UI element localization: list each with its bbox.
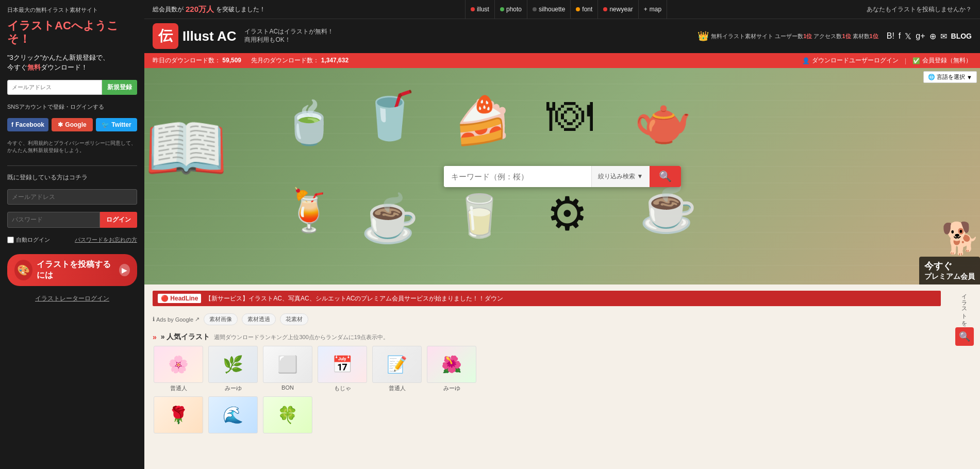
dog-mascot: 🐕 — [941, 220, 980, 257]
nav-newyear[interactable]: newyear — [598, 0, 638, 19]
upload-banner[interactable]: 🎨 イラストを投稿するには ▶ — [7, 254, 137, 286]
google-icon: ✱ — [58, 121, 63, 128]
headline-bar: 🔴 HeadLine 【新サービス】イラストAC、写真AC、シルエットACのプレ… — [153, 291, 941, 306]
search-input[interactable] — [444, 166, 591, 187]
facebook-login-button[interactable]: f Facebook — [7, 118, 48, 131]
already-member-label: 既に登録している方はコチラ — [7, 173, 137, 182]
sidebar-catchcopy: "3クリック"かんたん新規登録で、 今すぐ無料ダウンロード！ — [7, 53, 137, 73]
thumb-item-6[interactable]: 🌺 みーゆ — [426, 346, 477, 392]
terms-text: 今すぐ、利用規約とプライバシーポリシーに同意して、かんたん無料新規登録をしよう。 — [7, 140, 137, 154]
facebook-header-icon[interactable]: f — [899, 31, 901, 41]
register-icon: ✅ — [912, 57, 920, 64]
auto-login-checkbox[interactable] — [7, 237, 14, 243]
nav-font[interactable]: font — [571, 0, 598, 19]
premium-text-box: 今すぐ プレミアム会員 — [919, 257, 980, 284]
thumb-item-5[interactable]: 📝 普通人 — [371, 346, 423, 392]
bottom-main: 🔴 HeadLine 【新サービス】イラストAC、写真AC、シルエットACのプレ… — [144, 284, 949, 469]
login-row: ログイン — [7, 212, 137, 228]
password-input[interactable] — [7, 212, 100, 228]
login-button[interactable]: ログイン — [100, 212, 137, 228]
twitter-header-icon[interactable]: 𝕏 — [905, 31, 911, 41]
search-filter-dropdown[interactable]: 絞り込み検索 ▼ — [591, 166, 650, 187]
thumb-item-4[interactable]: 📅 もじゃ — [317, 346, 368, 392]
email-register-input[interactable] — [7, 80, 102, 95]
sidebar-title: イラストACへようこそ！ — [7, 19, 137, 46]
divider — [7, 165, 137, 166]
right-panel-label: イラストを検索 — [961, 290, 968, 323]
premium-banner[interactable]: 🐕 今すぐ プレミアム会員 — [887, 220, 980, 284]
ads-bar: ℹ Ads by Google ↗ 素材画像 素材透過 花素材 — [153, 311, 941, 327]
thumb-image-2: 🌿 — [208, 346, 258, 383]
map-plus-icon: + — [644, 6, 647, 13]
nav-illust[interactable]: illust — [465, 0, 495, 19]
award-section: 👑 無料イラスト素材サイト ユーザー数1位 アクセス数1位 素材数1位 — [697, 30, 878, 42]
search-button[interactable]: 🔍 — [650, 166, 681, 187]
popular-section-title: » 人気イラスト 週間ダウンロードランキング上位300点からランダムに19点表示… — [153, 332, 941, 342]
newyear-dot — [603, 7, 607, 11]
main-content: 総会員数が 220万人 を突破しました！ illust photo silhou… — [144, 0, 980, 469]
blog-link[interactable]: BLOG — [951, 32, 972, 40]
upload-play-icon: ▶ — [119, 264, 130, 276]
googleplus-icon[interactable]: g+ — [916, 31, 925, 41]
thumb-image-5: 📝 — [372, 346, 422, 383]
top-bar-announcement: 総会員数が 220万人 を突破しました！ — [153, 5, 265, 14]
top-bar: 総会員数が 220万人 を突破しました！ illust photo silhou… — [144, 0, 980, 19]
ads-btn-hana[interactable]: 花素材 — [280, 313, 308, 325]
illust-dot — [471, 7, 475, 11]
headline-icon: 🔴 — [161, 295, 169, 302]
font-dot — [576, 7, 580, 11]
thumb-image-4: 📅 — [318, 346, 367, 383]
thumb-image-1: 🌸 — [154, 346, 203, 383]
thumb-author-5: 普通人 — [389, 384, 406, 392]
thumb-image-7: 🌹 — [154, 396, 203, 433]
language-select-button[interactable]: 🌐 言語を選択 ▼ — [923, 71, 977, 83]
thumb-item-7[interactable]: 🌹 — [153, 396, 204, 435]
bottom-section: 🔴 HeadLine 【新サービス】イラストAC、写真AC、シルエットACのプレ… — [144, 284, 980, 469]
header: 伝 Illust AC イラストACはイラストが無料！商用利用もOK！ 👑 無料… — [144, 19, 980, 53]
auto-login-label[interactable]: 自動ログイン — [7, 236, 50, 244]
rss-icon[interactable]: ⊕ — [929, 31, 936, 41]
sidebar-subtitle: 日本最大の無料イラスト素材サイト — [7, 6, 137, 14]
ads-by-google: ℹ Ads by Google ↗ — [153, 316, 200, 323]
nav-silhouette[interactable]: silhouette — [527, 0, 571, 19]
thumb-item-3[interactable]: ⬜ BON — [262, 346, 313, 392]
user-icon: 👤 — [802, 57, 810, 64]
google-login-button[interactable]: ✱ Google — [52, 118, 93, 131]
headline-text: 【新サービス】イラストAC、写真AC、シルエットACのプレミアム会員サービスが始… — [205, 294, 503, 303]
logo-name: Illust AC — [182, 28, 236, 44]
thumb-author-2: みーゆ — [225, 384, 242, 392]
thumb-item-9[interactable]: 🍀 — [262, 396, 313, 435]
sidebar: 日本最大の無料イラスト素材サイト イラストACへようこそ！ "3クリック"かんた… — [0, 0, 144, 469]
thumb-row-2: 🌹 🌊 🍀 — [153, 396, 941, 435]
illustrator-login-link[interactable]: イラストレーターログイン — [7, 294, 137, 303]
register-button[interactable]: 新規登録 — [102, 80, 137, 95]
thumb-item-1[interactable]: 🌸 普通人 — [153, 346, 204, 392]
info-bar-right: 👤 ダウンロードユーザーログイン | ✅ 会員登録（無料） — [802, 56, 972, 65]
ads-btn-sozai-touka[interactable]: 素材透過 — [242, 313, 276, 325]
email-icon[interactable]: ✉ — [940, 31, 947, 41]
member-register-btn[interactable]: ✅ 会員登録（無料） — [912, 56, 972, 65]
hero-section: 📖 🍵 🥤 🍰 🍽 🫖 🍹 ☕ 🥛 ⚙ ☕ — [144, 68, 980, 284]
globe-icon: 🌐 — [928, 74, 935, 80]
info-bar: 昨日のダウンロード数： 59,509 先月のダウンロード数： 1,347,632… — [144, 53, 980, 68]
email-register-row: 新規登録 — [7, 80, 137, 95]
thumbnail-grid: 🌸 普通人 🌿 みーゆ ⬜ BON — [153, 346, 941, 392]
nav-map[interactable]: + map — [639, 0, 667, 19]
forgot-password-link[interactable]: パスワードをお忘れの方 — [75, 236, 137, 244]
upload-avatar: 🎨 — [14, 260, 32, 280]
header-icons: B! f 𝕏 g+ ⊕ ✉ BLOG — [887, 31, 972, 41]
download-login-btn[interactable]: 👤 ダウンロードユーザーログイン — [802, 56, 899, 65]
hatena-icon[interactable]: B! — [887, 31, 894, 41]
thumb-image-6: 🌺 — [427, 346, 476, 383]
email-login-input[interactable] — [7, 189, 137, 205]
nav-photo[interactable]: photo — [495, 0, 527, 19]
thumb-item-2[interactable]: 🌿 みーゆ — [207, 346, 259, 392]
thumb-item-8[interactable]: 🌊 — [207, 396, 259, 435]
external-link-icon: ↗ — [195, 316, 200, 323]
right-search-button[interactable]: 🔍 — [955, 327, 974, 346]
top-navigation: illust photo silhouette font newyear — [465, 0, 667, 19]
ads-btn-sozai-image[interactable]: 素材画像 — [204, 313, 238, 325]
thumb-image-3: ⬜ — [263, 346, 312, 383]
chevron-down-icon: ▼ — [967, 74, 972, 80]
twitter-login-button[interactable]: 🐦 Twitter — [96, 118, 137, 131]
